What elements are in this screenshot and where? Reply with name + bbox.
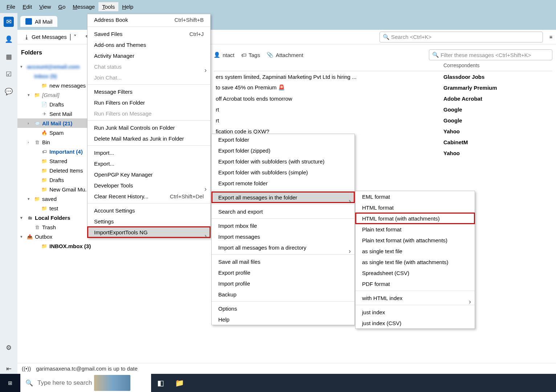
menu-item[interactable]: Saved FilesCtrl+J bbox=[88, 28, 210, 39]
menu-item[interactable]: just index (CSV) bbox=[356, 318, 475, 328]
menu-item[interactable]: Import... bbox=[88, 147, 210, 158]
menu-item[interactable]: Clear Recent History...Ctrl+Shift+Del bbox=[88, 191, 210, 202]
folder-label: saved bbox=[42, 196, 57, 202]
menu-item[interactable]: Import messages bbox=[212, 231, 354, 242]
menu-item[interactable]: PDF format bbox=[356, 278, 475, 289]
menu-view[interactable]: View bbox=[36, 2, 54, 11]
menu-item-label: Chat status bbox=[94, 64, 122, 70]
menu-item[interactable]: Developer Tools bbox=[88, 180, 210, 191]
menu-icon[interactable]: ≡ bbox=[549, 34, 552, 40]
filter-contact[interactable]: 👤ntact bbox=[214, 52, 235, 58]
calendar-icon[interactable]: ▦ bbox=[4, 52, 14, 62]
menu-item[interactable]: Backup bbox=[212, 289, 354, 300]
msg-correspondent: Google bbox=[443, 106, 552, 113]
menu-item[interactable]: HTML format bbox=[356, 202, 475, 213]
menu-item[interactable]: Run Junk Mail Controls on Folder bbox=[88, 122, 210, 133]
menu-item[interactable]: Import profile bbox=[212, 278, 354, 289]
message-row[interactable]: ers system limited, Zapminati Marketing … bbox=[214, 71, 552, 82]
menu-item[interactable]: Export... bbox=[88, 158, 210, 169]
tasks-icon[interactable]: ☑ bbox=[4, 69, 14, 79]
message-row[interactable]: to save 45% on Premium 🚨Grammarly Premiu… bbox=[214, 82, 552, 93]
msg-correspondent: Grammarly Premium bbox=[443, 85, 552, 91]
chat-icon[interactable]: 💬 bbox=[4, 86, 14, 97]
start-button[interactable]: ⊞ bbox=[0, 374, 20, 392]
taskbar-search[interactable]: 🔍 Type here to search bbox=[20, 374, 151, 392]
menu-item[interactable]: Settings bbox=[88, 216, 210, 227]
menu-item[interactable]: Run Filters on Folder bbox=[88, 97, 210, 108]
menu-item[interactable]: Spreadsheet (CSV) bbox=[356, 267, 475, 278]
folder-node[interactable]: 📁INBOX.mbox (3) bbox=[17, 241, 105, 251]
menu-item[interactable]: Save all mail files bbox=[212, 256, 354, 267]
menu-item[interactable]: with HTML index bbox=[356, 292, 475, 303]
mail-icon[interactable]: ✉ bbox=[4, 17, 14, 27]
addressbook-icon[interactable]: 👤 bbox=[4, 34, 14, 44]
menu-item-label: Activity Manager bbox=[94, 53, 134, 59]
menu-item[interactable]: Export all messages in the folder bbox=[212, 192, 354, 203]
menu-file[interactable]: File bbox=[3, 2, 19, 11]
menu-item-label: Export profile bbox=[218, 270, 250, 276]
filter-input[interactable]: 🔍 Filter these messages <Ctrl+Shift+K> bbox=[429, 49, 552, 60]
menu-item[interactable]: Export folder (zipped) bbox=[212, 145, 354, 156]
menu-item[interactable]: Message Filters bbox=[88, 86, 210, 97]
settings-icon[interactable]: ⚙ bbox=[4, 343, 14, 353]
menu-item[interactable]: Options bbox=[212, 303, 354, 314]
folder-label: Local Folders bbox=[35, 215, 70, 221]
folder-label: new messages bbox=[49, 82, 86, 89]
folder-icon: 📁 bbox=[41, 206, 47, 211]
menu-item[interactable]: Plain text format bbox=[356, 224, 475, 235]
menu-item[interactable]: Add-ons and Themes bbox=[88, 39, 210, 50]
message-row[interactable]: off Acrobat tools ends tomorrowAdobe Acr… bbox=[214, 93, 552, 104]
menu-item[interactable]: Account Settings bbox=[88, 205, 210, 216]
menu-message[interactable]: Message bbox=[69, 2, 98, 11]
menu-item[interactable]: EML format bbox=[356, 191, 475, 202]
menu-item[interactable]: Export folder bbox=[212, 134, 354, 145]
menu-item[interactable]: as single text file bbox=[356, 246, 475, 256]
menu-item[interactable]: Export profile bbox=[212, 267, 354, 278]
menu-item-label: Import... bbox=[94, 150, 114, 156]
folder-icon: 📨 bbox=[34, 121, 40, 126]
menu-item[interactable]: Export remote folder bbox=[212, 178, 354, 189]
folder-icon: ✈ bbox=[41, 111, 47, 117]
menu-item[interactable]: Search and export bbox=[212, 206, 354, 217]
tab-all-mail[interactable]: All Mail bbox=[20, 16, 57, 27]
menu-edit[interactable]: Edit bbox=[19, 2, 36, 11]
search-placeholder: Search <Ctrl+K> bbox=[391, 34, 431, 40]
menu-tools[interactable]: Tools bbox=[98, 2, 118, 11]
file-explorer-icon[interactable]: 📁 bbox=[170, 374, 189, 392]
left-rail: ✉ 👤 ▦ ☑ 💬 ⚙ ⇤ bbox=[0, 13, 17, 374]
col-subject[interactable] bbox=[214, 62, 443, 71]
menu-item[interactable]: Export folder with subfolders (simple) bbox=[212, 167, 354, 178]
folder-icon: 🗑 bbox=[34, 225, 40, 230]
menu-item[interactable]: Help bbox=[212, 314, 354, 325]
menu-item-label: Saved Files bbox=[94, 31, 122, 37]
menu-item[interactable]: ImportExportTools NG bbox=[88, 227, 210, 238]
get-messages-button[interactable]: ⭳ Get Messages │ ˅ bbox=[21, 32, 80, 42]
menu-item[interactable]: Address BookCtrl+Shift+B bbox=[88, 14, 210, 25]
search-icon: 🔍 bbox=[432, 52, 439, 58]
menu-item[interactable]: Import mbox file bbox=[212, 220, 354, 231]
menu-item[interactable]: Import all messages from a directory bbox=[212, 242, 354, 253]
message-list-header: Correspondents bbox=[214, 62, 552, 71]
menu-item[interactable]: Plain text format (with attachments) bbox=[356, 235, 475, 246]
global-search[interactable]: 🔍 Search <Ctrl+K> bbox=[380, 32, 543, 43]
menu-item[interactable]: as single text file (with attachments) bbox=[356, 256, 475, 267]
menu-item-label: Plain text format (with attachments) bbox=[362, 237, 447, 243]
menu-go[interactable]: Go bbox=[54, 2, 69, 11]
menu-item[interactable]: Export folder with subfolders (with stru… bbox=[212, 156, 354, 167]
filter-attachment[interactable]: 📎Attachment bbox=[267, 52, 303, 58]
col-correspondents[interactable]: Correspondents bbox=[443, 62, 552, 71]
menu-item[interactable]: OpenPGP Key Manager bbox=[88, 169, 210, 180]
menu-item[interactable]: HTML format (with attachments) bbox=[356, 213, 475, 224]
menu-item-label: Account Settings bbox=[94, 207, 135, 214]
tag-icon: 🏷 bbox=[241, 52, 247, 58]
collapse-icon[interactable]: ⇤ bbox=[4, 364, 14, 374]
menu-item[interactable]: just index bbox=[356, 307, 475, 318]
message-row[interactable]: rtGoogle bbox=[214, 104, 552, 115]
filter-tags[interactable]: 🏷Tags bbox=[241, 52, 260, 58]
message-row[interactable]: rtGoogle bbox=[214, 115, 552, 126]
menu-item[interactable]: Delete Mail Marked as Junk in Folder bbox=[88, 133, 210, 144]
menu-item[interactable]: Activity Manager bbox=[88, 50, 210, 61]
task-view-icon[interactable]: ◧ bbox=[151, 374, 170, 392]
menu-help[interactable]: Help bbox=[118, 2, 137, 11]
menu-item-label: Run Junk Mail Controls on Folder bbox=[94, 125, 175, 131]
